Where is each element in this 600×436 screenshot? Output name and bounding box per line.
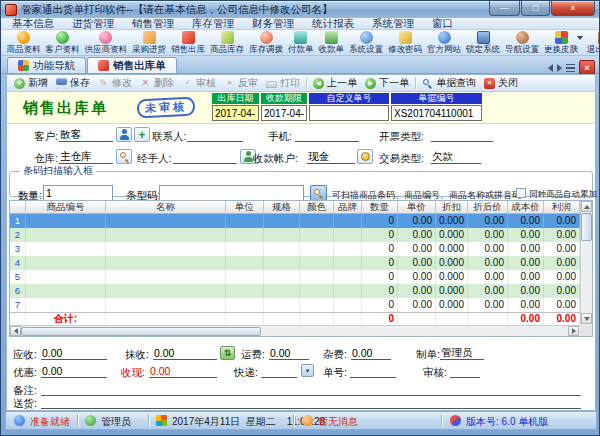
- grid-cell[interactable]: 0.00: [468, 242, 508, 256]
- grid-row[interactable]: 400.000.0000.000.000.00: [10, 256, 580, 270]
- barcode-search-button[interactable]: [310, 185, 327, 201]
- invoice-type-input[interactable]: [431, 128, 493, 142]
- grid-cell[interactable]: 0.000: [436, 228, 468, 242]
- grid-cell[interactable]: 0.00: [508, 270, 544, 284]
- grid-cell[interactable]: [334, 242, 362, 256]
- cash-received-input[interactable]: [149, 364, 217, 378]
- offset-input[interactable]: [153, 346, 217, 360]
- prev-button[interactable]: ◀上一单: [309, 76, 361, 90]
- grid-column-header[interactable]: 单位: [226, 201, 264, 213]
- grid-cell[interactable]: 0.00: [398, 284, 436, 298]
- grid-column-header[interactable]: 折后价: [468, 201, 508, 213]
- close-button[interactable]: ×: [551, 1, 595, 16]
- receipt-button[interactable]: 收款单: [316, 31, 347, 54]
- custom-number-input[interactable]: [309, 105, 389, 121]
- grid-cell[interactable]: 0.00: [544, 242, 580, 256]
- scroll-left-button[interactable]: [10, 326, 21, 336]
- grid-cell[interactable]: [334, 298, 362, 312]
- grid-cell[interactable]: 0.00: [544, 284, 580, 298]
- auditor-input[interactable]: [450, 364, 480, 378]
- grid-cell[interactable]: [300, 298, 334, 312]
- skin-button[interactable]: 更换皮肤: [542, 31, 581, 54]
- unaudit-button[interactable]: ×反审: [220, 76, 262, 90]
- customer-input[interactable]: [59, 128, 113, 142]
- misc-fee-input[interactable]: [351, 346, 391, 360]
- delete-button[interactable]: ×删除: [136, 76, 178, 90]
- grid-cell[interactable]: [300, 242, 334, 256]
- tracking-number-input[interactable]: [350, 364, 396, 378]
- tab-function-nav[interactable]: 功能导航: [7, 57, 86, 73]
- grid-cell[interactable]: 0.00: [544, 256, 580, 270]
- grid-cell[interactable]: [106, 256, 226, 270]
- grid-cell[interactable]: 0: [362, 256, 398, 270]
- warehouse-pick-button[interactable]: [116, 149, 132, 164]
- grid-cell[interactable]: 0: [362, 298, 398, 312]
- grid-cell[interactable]: 0.00: [398, 228, 436, 242]
- goods-button[interactable]: 商品资料: [4, 31, 43, 54]
- query-button[interactable]: 单据查询: [418, 76, 480, 90]
- status-message[interactable]: 暂无消息: [318, 415, 358, 429]
- account-input[interactable]: [307, 150, 355, 164]
- due-date-input[interactable]: [261, 105, 307, 121]
- grid-cell[interactable]: 0.00: [398, 214, 436, 228]
- grid-cell[interactable]: 0.00: [544, 214, 580, 228]
- grid-cell[interactable]: 0.00: [508, 214, 544, 228]
- grid-column-header[interactable]: 商品编号: [26, 201, 106, 213]
- purchase-button[interactable]: 采购进货: [130, 31, 169, 54]
- grid-cell[interactable]: 7: [10, 298, 26, 312]
- horizontal-scroll-thumb[interactable]: [21, 327, 261, 336]
- tab-scroll-left-icon[interactable]: [548, 64, 553, 72]
- scroll-up-button[interactable]: [581, 201, 592, 212]
- grid-column-header[interactable]: 单价: [398, 201, 436, 213]
- grid-cell[interactable]: [26, 298, 106, 312]
- grid-cell[interactable]: [106, 284, 226, 298]
- grid-cell[interactable]: [264, 298, 300, 312]
- offset-adjust-button[interactable]: ⇅: [220, 346, 235, 360]
- grid-cell[interactable]: [264, 284, 300, 298]
- sales-button[interactable]: 销售出库: [169, 31, 208, 54]
- discount-input[interactable]: [41, 364, 107, 378]
- settings-button[interactable]: 系统设置: [347, 31, 386, 54]
- print-button[interactable]: 打印: [262, 76, 304, 90]
- grid-column-header[interactable]: 规格: [264, 201, 300, 213]
- tab-close-button[interactable]: ×: [579, 60, 595, 75]
- grid-row[interactable]: 300.000.0000.000.000.00: [10, 242, 580, 256]
- menu-item[interactable]: 系统管理: [363, 18, 423, 29]
- lock-button[interactable]: 锁定系统: [464, 31, 503, 54]
- grid-cell[interactable]: [334, 270, 362, 284]
- customer-add-button[interactable]: +: [134, 127, 150, 142]
- grid-cell[interactable]: 0: [362, 284, 398, 298]
- contact-input[interactable]: [187, 128, 243, 142]
- grid-cell[interactable]: 0.00: [508, 256, 544, 270]
- outbound-date-input[interactable]: [212, 105, 259, 121]
- customer-button[interactable]: 客户资料: [43, 31, 82, 54]
- grid-row[interactable]: 200.000.0000.000.000.00: [10, 228, 580, 242]
- grid-column-header[interactable]: 数量: [362, 201, 398, 213]
- warehouse-input[interactable]: [59, 150, 113, 164]
- grid-cell[interactable]: [300, 284, 334, 298]
- grid-cell[interactable]: [106, 228, 226, 242]
- freight-input[interactable]: [269, 346, 309, 360]
- customer-pick-button[interactable]: [116, 127, 132, 142]
- qty-input[interactable]: [43, 185, 113, 201]
- horizontal-scrollbar[interactable]: [10, 325, 580, 336]
- menu-item[interactable]: 库存管理: [183, 18, 243, 29]
- grid-cell[interactable]: [106, 270, 226, 284]
- close-button[interactable]: ×关闭: [480, 76, 522, 90]
- remark-input[interactable]: [41, 382, 581, 396]
- grid-cell[interactable]: 0.00: [398, 242, 436, 256]
- grid-cell[interactable]: [300, 256, 334, 270]
- grid-cell[interactable]: [264, 256, 300, 270]
- new-button[interactable]: +新增: [10, 76, 52, 90]
- grid-cell[interactable]: 0.00: [544, 298, 580, 312]
- grid-cell[interactable]: 0.00: [468, 214, 508, 228]
- grid-row[interactable]: 100.000.0000.000.000.00: [10, 214, 580, 228]
- grid-cell[interactable]: [300, 214, 334, 228]
- grid-cell[interactable]: 0.00: [544, 270, 580, 284]
- delivery-input[interactable]: [41, 395, 581, 409]
- grid-cell[interactable]: [300, 228, 334, 242]
- grid-cell[interactable]: 0: [362, 214, 398, 228]
- handler-input[interactable]: [173, 150, 237, 164]
- grid-cell[interactable]: 3: [10, 242, 26, 256]
- tab-list-icon[interactable]: [566, 64, 575, 72]
